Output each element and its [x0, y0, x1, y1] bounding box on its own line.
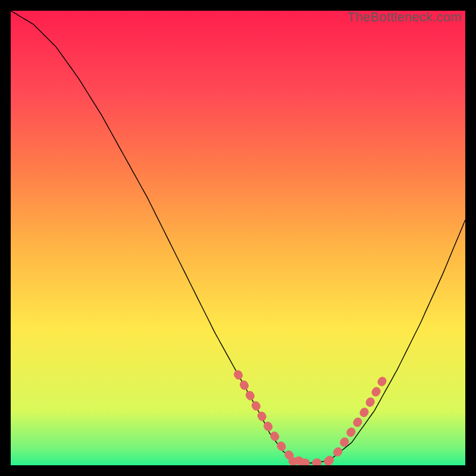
plot-area: TheBottleneck.com [11, 11, 465, 465]
main-curve [11, 11, 465, 463]
watermark-text: TheBottleneck.com [347, 10, 462, 25]
highlight-left [238, 374, 302, 462]
chart-svg [11, 11, 465, 465]
chart-frame: TheBottleneck.com [0, 0, 476, 476]
highlight-right [329, 379, 384, 461]
